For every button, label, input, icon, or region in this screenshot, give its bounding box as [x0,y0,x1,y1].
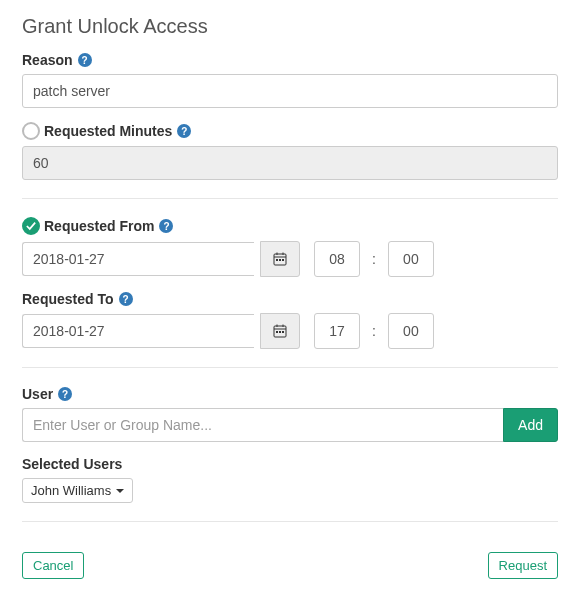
requested-minutes-label: Requested Minutes [44,123,172,139]
time-separator: : [366,323,382,339]
chevron-down-icon [116,489,124,493]
requested-to-date-input[interactable] [22,314,254,348]
svg-rect-4 [276,259,278,261]
selected-users-label: Selected Users [22,456,122,472]
cancel-button[interactable]: Cancel [22,552,84,579]
requested-from-label: Requested From [44,218,154,234]
requested-to-hour-input[interactable] [314,313,360,349]
svg-rect-11 [276,331,278,333]
requested-to-label: Requested To [22,291,114,307]
add-user-button[interactable]: Add [503,408,558,442]
requested-minutes-value: 60 [22,146,558,180]
user-input[interactable] [22,408,503,442]
divider [22,367,558,368]
help-icon[interactable]: ? [78,53,92,67]
selected-user-name: John Williams [31,483,111,498]
requested-from-minute-input[interactable] [388,241,434,277]
help-icon[interactable]: ? [119,292,133,306]
selected-user-chip[interactable]: John Williams [22,478,133,503]
page-title: Grant Unlock Access [22,15,558,38]
help-icon[interactable]: ? [177,124,191,138]
calendar-icon[interactable] [260,313,300,349]
requested-from-date-input[interactable] [22,242,254,276]
help-icon[interactable]: ? [58,387,72,401]
request-button[interactable]: Request [488,552,558,579]
user-label: User [22,386,53,402]
svg-rect-13 [282,331,284,333]
divider [22,198,558,199]
requested-to-minute-input[interactable] [388,313,434,349]
time-separator: : [366,251,382,267]
svg-rect-5 [279,259,281,261]
help-icon[interactable]: ? [159,219,173,233]
requested-from-radio[interactable] [22,217,40,235]
divider [22,521,558,522]
calendar-icon[interactable] [260,241,300,277]
requested-from-hour-input[interactable] [314,241,360,277]
svg-rect-12 [279,331,281,333]
reason-input[interactable] [22,74,558,108]
requested-minutes-radio[interactable] [22,122,40,140]
svg-rect-6 [282,259,284,261]
reason-label: Reason [22,52,73,68]
